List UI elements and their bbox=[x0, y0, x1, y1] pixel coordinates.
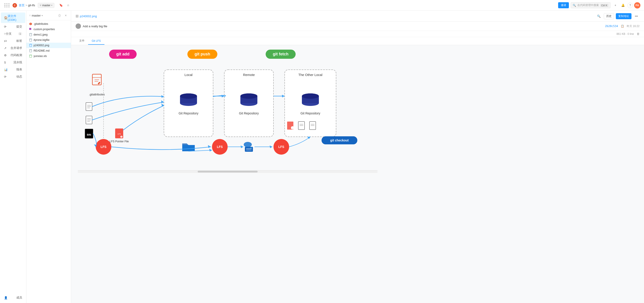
nav-pipeline[interactable]: S 流水线 bbox=[1, 59, 25, 66]
home-link[interactable]: 首页 bbox=[19, 3, 24, 7]
svg-marker-88 bbox=[282, 95, 285, 97]
branch-selector-top[interactable]: ⑂ master ▾ bbox=[38, 3, 54, 8]
svg-marker-86 bbox=[208, 145, 211, 148]
git-add-btn: git add bbox=[109, 50, 137, 59]
svg-rect-5 bbox=[30, 33, 32, 36]
svg-rect-2 bbox=[30, 28, 31, 29]
repo-link[interactable]: git-lfs bbox=[28, 3, 35, 7]
file-item-custom-properties[interactable]: custom.properties bbox=[26, 26, 71, 32]
file-icon-jpeg bbox=[29, 33, 32, 36]
nav-member-label: 成员 bbox=[16, 296, 22, 300]
nav-merge[interactable]: ↗ 合并请求 bbox=[1, 44, 25, 52]
file-item-demo1[interactable]: demo1.jpeg bbox=[26, 32, 71, 37]
more-actions-icon[interactable]: ••• bbox=[633, 13, 640, 19]
file-header: 🖼 p240002.png 🔍 历史 复制地址 ••• bbox=[71, 11, 644, 22]
file-tabs: 文件 Git LFS bbox=[71, 37, 644, 45]
svg-text:Git Repository: Git Repository bbox=[239, 111, 259, 115]
nav-source-icon: 🏠 bbox=[4, 16, 8, 19]
file-list: .gitattributes custom.properties demo1.j… bbox=[26, 20, 71, 303]
svg-rect-3 bbox=[29, 29, 30, 30]
search-in-file-icon[interactable]: 🔍 bbox=[596, 13, 602, 19]
file-info-row: 861 KB · 0 line 🗑 bbox=[71, 31, 644, 37]
breadcrumb: 首页 > git-lfs bbox=[19, 3, 35, 7]
bell-icon[interactable]: 🔔 bbox=[620, 2, 626, 8]
invite-button[interactable]: 邀请 bbox=[558, 2, 569, 8]
avatar[interactable]: FA bbox=[634, 2, 640, 8]
bookmark-icon[interactable]: 🔖 bbox=[58, 2, 64, 8]
svg-text:LFS: LFS bbox=[100, 145, 106, 149]
nav-activity-icon: ⟳ bbox=[4, 75, 6, 78]
svg-rect-11 bbox=[30, 49, 32, 52]
nav-source-label: 源文件(233K) bbox=[8, 14, 22, 21]
nav-commit-icon: ⟳ bbox=[4, 25, 6, 28]
file-item-yunxiao[interactable]: yunxiao.xls bbox=[26, 53, 71, 59]
nav-member[interactable]: 👤 成员 bbox=[1, 294, 25, 301]
file-tree-panel: ⑂ master ▾ ⟨⟩ × .gitattributes bbox=[26, 11, 71, 303]
file-item-readme[interactable]: README.md bbox=[26, 48, 71, 53]
diagram-wrapper: git add git push git fetch Local bbox=[71, 45, 384, 177]
svg-point-81 bbox=[251, 147, 252, 148]
svg-marker-91 bbox=[270, 145, 272, 148]
svg-marker-89 bbox=[209, 149, 212, 151]
expand-tree-icon[interactable]: × bbox=[63, 13, 68, 18]
svg-text:The Other Local: The Other Local bbox=[298, 73, 322, 77]
svg-rect-21 bbox=[92, 74, 101, 85]
svg-text:Git Repository: Git Repository bbox=[300, 111, 320, 115]
copy-hash-icon[interactable]: 📋 bbox=[621, 24, 624, 28]
horizontal-scrollbar[interactable] bbox=[78, 170, 378, 173]
nav-ci-label: 代码检测 bbox=[10, 53, 22, 57]
tab-gitlfs[interactable]: Git LFS bbox=[88, 37, 104, 45]
add-icon[interactable]: + bbox=[612, 2, 618, 8]
history-button[interactable]: 历史 bbox=[604, 13, 614, 19]
file-icon-bigfile bbox=[29, 38, 32, 41]
file-item-gitattributes[interactable]: .gitattributes bbox=[26, 21, 71, 26]
star-icon[interactable]: ☆ bbox=[65, 2, 71, 8]
search-bar[interactable]: 🔍 在代码管理中搜索 Ctrl K bbox=[571, 2, 611, 8]
file-name-p240002: p240002.png bbox=[34, 44, 49, 47]
git-push-label: git push bbox=[188, 50, 217, 59]
file-path: 🖼 p240002.png bbox=[76, 14, 97, 18]
nav-merge-label: 合并请求 bbox=[10, 46, 22, 50]
svg-text:→: → bbox=[292, 127, 294, 129]
app-menu-icon[interactable] bbox=[4, 2, 11, 8]
diagram-svg: Local Remote The Other Local bbox=[78, 67, 380, 170]
copy-url-button[interactable]: 复制地址 bbox=[616, 13, 632, 19]
commit-avatar bbox=[76, 23, 81, 29]
commit-time: 昨天 16:22 bbox=[627, 24, 640, 28]
nav-source[interactable]: 🏠 源文件(233K) bbox=[1, 12, 25, 23]
nav-pipeline-label: 流水线 bbox=[14, 60, 22, 64]
svg-rect-4 bbox=[30, 29, 31, 30]
delete-file-icon[interactable]: 🗑 bbox=[636, 32, 640, 35]
git-commands-row: git add git push git fetch bbox=[78, 50, 378, 63]
nav-branch[interactable]: ⑂ 分支 1 bbox=[1, 30, 25, 37]
branch-selector[interactable]: ⑂ master ▾ bbox=[29, 14, 43, 17]
file-icon-properties bbox=[29, 28, 32, 31]
svg-rect-9 bbox=[30, 44, 32, 47]
nav-commit-label: 提交 bbox=[16, 24, 22, 29]
nav-activity[interactable]: ⟳ 动态 bbox=[1, 73, 25, 80]
branch-label-top: master bbox=[42, 4, 50, 7]
search-placeholder: 在代码管理中搜索 bbox=[577, 3, 599, 7]
branch-chevron-icon: ▾ bbox=[42, 14, 43, 17]
tab-file[interactable]: 文件 bbox=[76, 37, 88, 45]
svg-text:LFS: LFS bbox=[217, 145, 223, 149]
nav-ci-icon: ⚙ bbox=[4, 54, 7, 57]
commit-hash[interactable]: 2b20c534 bbox=[605, 24, 618, 28]
nav-report[interactable]: 📊 报表 bbox=[1, 66, 25, 73]
svg-rect-13 bbox=[30, 55, 32, 57]
search-icon: 🔍 bbox=[573, 4, 576, 7]
help-icon[interactable]: ? bbox=[628, 3, 633, 8]
file-item-p240002[interactable]: p240002.png bbox=[26, 43, 71, 48]
file-item-dyrone[interactable]: dyrone.bigfile bbox=[26, 37, 71, 43]
git-fetch-label: git fetch bbox=[266, 50, 296, 59]
svg-marker-82 bbox=[161, 95, 164, 98]
branch-name: master bbox=[32, 14, 41, 17]
nav-report-icon: 📊 bbox=[4, 68, 8, 71]
nav-pipeline-icon: S bbox=[4, 61, 6, 64]
nav-branch-label: 分支 bbox=[6, 32, 12, 36]
scrollbar-thumb[interactable] bbox=[198, 171, 258, 173]
nav-commit[interactable]: ⟳ 提交 bbox=[1, 23, 25, 30]
nav-ci[interactable]: ⚙ 代码检测 bbox=[1, 52, 25, 59]
nav-tag[interactable]: 🏷 标签 bbox=[1, 37, 25, 44]
collapse-tree-icon[interactable]: ⟨⟩ bbox=[57, 13, 62, 18]
